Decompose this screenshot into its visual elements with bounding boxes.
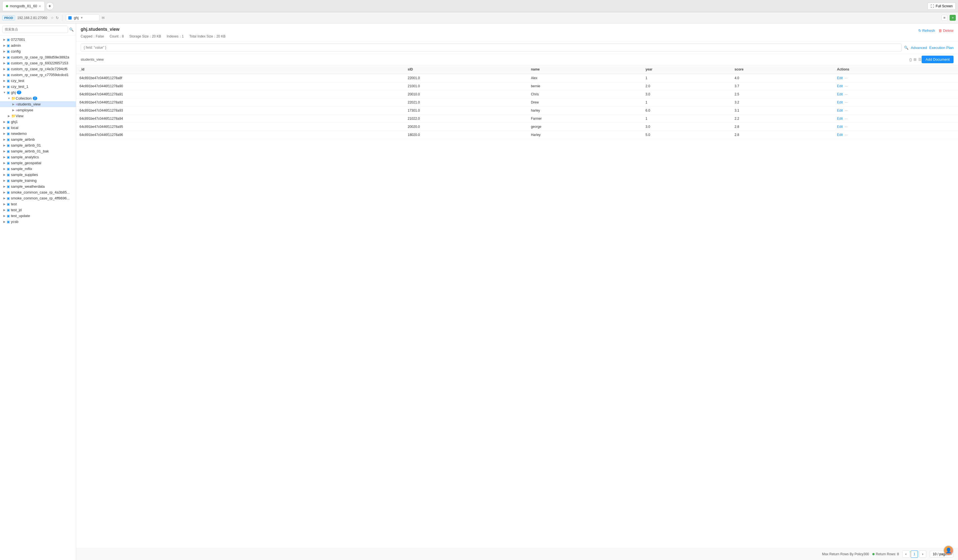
avatar[interactable]: 👤 [944, 546, 953, 555]
cell-score: 3.1 [731, 107, 834, 115]
table-row: 64c891be47c0446f11278a93 17301.0 harley … [76, 107, 958, 115]
edit-button[interactable]: Edit [837, 76, 843, 80]
edit-button[interactable]: Edit [837, 100, 843, 104]
db-item-custom2[interactable]: ▶ ▣ custom_rp_case_rp_69322f857153 [0, 60, 76, 66]
db-label: ghj [11, 90, 16, 95]
refresh-button[interactable]: ↻ Refresh [918, 28, 935, 33]
more-actions-button[interactable]: ··· [845, 109, 848, 112]
tree-item-employee[interactable]: ▶ ≡ employee [0, 107, 76, 113]
main-layout: 🔍 ▶ ▣ 0727001 ▶ ▣ admin ▶ [0, 24, 958, 560]
more-actions-button[interactable]: ··· [845, 133, 848, 137]
db-item-ycsb[interactable]: ▶ ▣ ycsb [0, 219, 76, 225]
tab-close-button[interactable]: × [39, 4, 41, 8]
connection-status-dot [6, 5, 8, 7]
json-view-icon[interactable]: {} [909, 57, 912, 62]
search-button[interactable]: 🔍 [69, 27, 74, 32]
arrow-icon: ▼ [7, 97, 11, 100]
db-item-sample-airbnb01bak[interactable]: ▶ ▣ sample_airbnb_01_bak [0, 148, 76, 154]
cell-score: 2.5 [731, 90, 834, 98]
db-item-test-jd[interactable]: ▶ ▣ test_jd [0, 207, 76, 213]
more-actions-button[interactable]: ··· [845, 117, 848, 120]
db-item-ghj[interactable]: ▼ ▣ ghj 7 [0, 90, 76, 95]
cell-id: 64c891be47c0446f11278a93 [76, 107, 404, 115]
more-actions-button[interactable]: ··· [845, 100, 848, 104]
db-item-local[interactable]: ▶ ▣ local [0, 125, 76, 131]
db-label: local [11, 126, 19, 130]
edit-button[interactable]: Edit [837, 125, 843, 129]
db-item-sample-airbnb01[interactable]: ▶ ▣ sample_airbnb_01 [0, 142, 76, 148]
arrow-icon: ▶ [2, 214, 7, 217]
db-item-sample-supplies[interactable]: ▶ ▣ sample_supplies [0, 172, 76, 178]
search-bar: 🔍 [0, 24, 76, 36]
star-icon[interactable]: ☆ [51, 16, 54, 20]
edit-button[interactable]: Edit [837, 109, 843, 112]
more-actions-button[interactable]: ··· [845, 76, 848, 80]
db-item-smoke1[interactable]: ▶ ▣ smoke_common_case_rp_4a3b85... [0, 189, 76, 195]
db-item-custom4[interactable]: ▶ ▣ custom_rp_case_rp_c77059dcdcd1 [0, 72, 76, 78]
tab-mongodb[interactable]: mongodb_81_60 × [2, 1, 45, 11]
prev-page-button[interactable]: ‹ [902, 551, 910, 558]
db-item-custom3[interactable]: ▶ ▣ custom_rp_case_rp_c4e3c7294cf6 [0, 66, 76, 72]
edit-button[interactable]: Edit [837, 84, 843, 88]
execution-plan-button[interactable]: Execution Plan [929, 46, 953, 50]
db-item-newdemo[interactable]: ▶ ▣ newdemo [0, 131, 76, 136]
query-input[interactable] [81, 44, 902, 51]
next-page-button[interactable]: › [919, 551, 926, 558]
db-item-test-update[interactable]: ▶ ▣ test_update [0, 213, 76, 219]
table-row: 64c891be47c0446f11278a96 18020.0 Harley … [76, 131, 958, 139]
table-row: 64c891be47c0446f11278a95 20020.0 george … [76, 123, 958, 131]
refresh-conn-icon[interactable]: ↻ [56, 16, 59, 20]
arrow-icon: ▶ [2, 38, 7, 41]
db-item-sample-airbnb[interactable]: ▶ ▣ sample_airbnb [0, 136, 76, 142]
cell-actions: Edit ··· [834, 82, 958, 90]
collection-meta: Capped：False Count：8 Storage Size：20 KB … [81, 34, 953, 39]
db-item-custom1[interactable]: ▶ ▣ custom_rp_case_rp_088d59e3892a [0, 54, 76, 60]
db-item-sample-weather[interactable]: ▶ ▣ sample_weatherdata [0, 184, 76, 189]
green-plus-icon[interactable]: + [950, 15, 956, 21]
db-select-icon [68, 16, 72, 20]
advanced-button[interactable]: Advanced [911, 46, 927, 50]
view-folder[interactable]: ▶ 📁 View [0, 113, 76, 119]
db-item-czy-test1[interactable]: ▶ ▣ czy_test_1 [0, 84, 76, 90]
db-item-test[interactable]: ▶ ▣ test [0, 201, 76, 207]
more-actions-button[interactable]: ··· [845, 84, 848, 88]
env-badge: PROD [2, 15, 15, 21]
db-label: smoke_common_case_rp_4ff8696... [11, 196, 70, 200]
cell-sid: 18020.0 [404, 131, 527, 139]
db-item-sample-mflix[interactable]: ▶ ▣ sample_mflix [0, 166, 76, 172]
db-item-sample-training[interactable]: ▶ ▣ sample_training [0, 178, 76, 184]
db-label: test_update [11, 214, 30, 218]
list-icon[interactable]: ≡ [942, 15, 948, 21]
db-item-sample-geo[interactable]: ▶ ▣ sample_geospatial [0, 160, 76, 166]
db-item-config[interactable]: ▶ ▣ config [0, 48, 76, 54]
add-tab-button[interactable]: + [46, 2, 54, 10]
db-item-0727001[interactable]: ▶ ▣ 0727001 [0, 36, 76, 43]
list-view-icon[interactable]: ☰ [918, 57, 922, 62]
arrow-icon: ▶ [2, 73, 7, 76]
db-item-sample-analytics[interactable]: ▶ ▣ sample_analytics [0, 154, 76, 160]
db-item-czy-test[interactable]: ▶ ▣ czy_test [0, 78, 76, 84]
database-select[interactable]: ghj ▼ [66, 14, 99, 21]
edit-button[interactable]: Edit [837, 117, 843, 120]
email-icon[interactable]: ✉ [102, 16, 105, 20]
fullscreen-button[interactable]: ⛶ Full Screen [928, 3, 956, 10]
collection-folder[interactable]: ▼ 📁 Collection 2 [0, 95, 76, 101]
more-actions-button[interactable]: ··· [845, 125, 848, 129]
db-item-admin[interactable]: ▶ ▣ admin [0, 43, 76, 48]
db-item-smoke2[interactable]: ▶ ▣ smoke_common_case_rp_4ff8696... [0, 195, 76, 201]
cell-year: 1 [642, 74, 731, 82]
grid-view-icon[interactable]: ⊞ [914, 57, 917, 62]
query-search-button[interactable]: 🔍 [904, 46, 909, 50]
more-actions-button[interactable]: ··· [845, 92, 848, 96]
edit-button[interactable]: Edit [837, 133, 843, 137]
page-1-button[interactable]: 1 [911, 551, 918, 558]
edit-button[interactable]: Edit [837, 92, 843, 96]
db-icon: ▣ [7, 167, 10, 171]
db-item-ghj1[interactable]: ▶ ▣ ghj1 [0, 119, 76, 125]
db-icon: ▣ [7, 67, 10, 71]
arrow-icon: ▶ [2, 167, 7, 170]
add-document-button[interactable]: Add Document [922, 56, 953, 63]
search-input[interactable] [2, 26, 68, 33]
tree-item-students-view[interactable]: ▶ ≡ students_view [0, 101, 76, 107]
delete-button[interactable]: 🗑 Delete [938, 28, 953, 33]
